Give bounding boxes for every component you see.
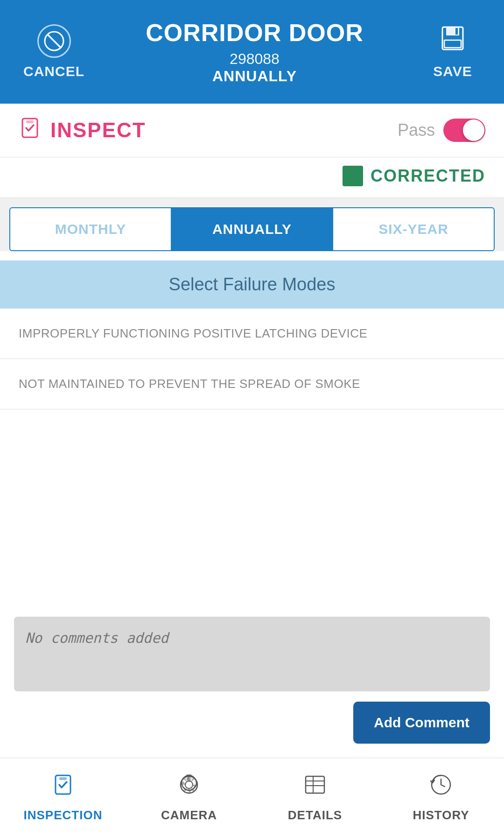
svg-line-1 [48, 35, 60, 47]
bottom-nav: INSPECTION CAMERA [0, 758, 504, 837]
svg-rect-5 [455, 28, 458, 35]
tab-annually[interactable]: ANNUALLY [172, 208, 333, 250]
header-center: CORRIDOR DOOR 298088 ANNUALLY [146, 19, 364, 85]
tab-monthly[interactable]: MONTHLY [10, 208, 172, 250]
corrected-box [343, 166, 363, 186]
inspect-icon [19, 117, 41, 144]
failure-item[interactable]: NOT MAINTAINED TO PREVENT THE SPREAD OF … [0, 359, 504, 409]
corrected-row[interactable]: CORRECTED [0, 157, 504, 198]
main-content: Select Failure Modes IMPROPERLY FUNCTION… [0, 251, 504, 758]
add-comment-button[interactable]: Add Comment [353, 702, 490, 744]
header-frequency: ANNUALLY [146, 68, 364, 85]
inspect-label: INSPECT [50, 119, 398, 142]
camera-icon [177, 773, 201, 802]
svg-rect-7 [26, 120, 34, 123]
svg-point-11 [185, 781, 193, 788]
pass-label: Pass [398, 120, 435, 140]
failure-item[interactable]: IMPROPERLY FUNCTIONING POSITIVE LATCHING… [0, 309, 504, 359]
pass-toggle[interactable] [443, 119, 485, 142]
nav-details-label: DETAILS [288, 808, 342, 823]
svg-rect-4 [444, 40, 461, 48]
nav-inspection-label: INSPECTION [24, 808, 103, 823]
inspection-icon [51, 773, 75, 802]
svg-rect-12 [306, 776, 324, 793]
nav-history-label: HISTORY [413, 808, 469, 823]
pass-toggle-group[interactable]: Pass [398, 119, 485, 142]
cancel-label: CANCEL [23, 63, 84, 79]
tab-six-year[interactable]: SIX-YEAR [333, 208, 494, 250]
nav-camera[interactable]: CAMERA [126, 758, 252, 837]
nav-history[interactable]: HISTORY [378, 758, 504, 837]
save-button[interactable]: SAVE [425, 24, 481, 79]
save-icon [439, 24, 467, 58]
save-label: SAVE [433, 63, 472, 79]
header: CANCEL CORRIDOR DOOR 298088 ANNUALLY SAV… [0, 0, 504, 104]
comment-input[interactable] [14, 617, 490, 691]
history-icon [429, 773, 453, 802]
cancel-button[interactable]: CANCEL [23, 24, 84, 79]
failure-header: Select Failure Modes [0, 260, 504, 309]
nav-details[interactable]: DETAILS [252, 758, 378, 837]
nav-camera-label: CAMERA [161, 808, 217, 823]
corrected-label: CORRECTED [371, 166, 485, 186]
header-id: 298088 [146, 50, 364, 68]
failure-header-text: Select Failure Modes [19, 274, 485, 295]
comment-btn-row: Add Comment [14, 702, 490, 744]
failure-list: IMPROPERLY FUNCTIONING POSITIVE LATCHING… [0, 309, 504, 603]
header-title: CORRIDOR DOOR [146, 19, 364, 47]
toggle-knob [463, 120, 484, 141]
tabs: MONTHLY ANNUALLY SIX-YEAR [9, 207, 495, 251]
details-icon [303, 773, 327, 802]
comment-section: Add Comment [0, 603, 504, 758]
cancel-icon [37, 24, 71, 58]
inspect-bar: INSPECT Pass [0, 104, 504, 157]
svg-rect-9 [59, 777, 67, 780]
nav-inspection[interactable]: INSPECTION [0, 758, 126, 837]
